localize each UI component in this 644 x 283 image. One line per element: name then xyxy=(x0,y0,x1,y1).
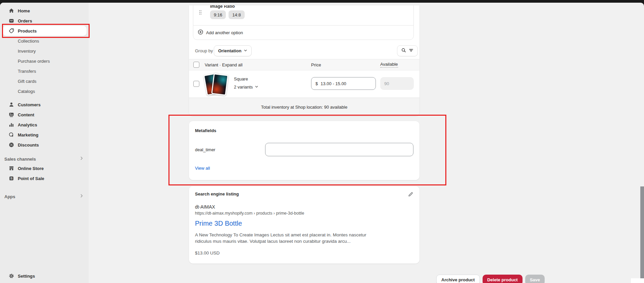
sidebar-item-label: Discounts xyxy=(18,143,39,148)
footer-action-bar: Archive product Delete product Save xyxy=(436,275,545,283)
sidebar-item-analytics[interactable]: Analytics xyxy=(3,120,87,130)
sidebar-item-label: Catalogs xyxy=(18,89,35,94)
view-all-link[interactable]: View all xyxy=(195,166,210,171)
sidebar-item-catalogs[interactable]: Catalogs xyxy=(3,86,87,96)
save-button[interactable]: Save xyxy=(525,275,545,283)
sidebar-item-transfers[interactable]: Transfers xyxy=(3,66,87,76)
add-another-option-label: Add another option xyxy=(206,30,243,35)
vertical-scrollbar-thumb[interactable] xyxy=(640,186,644,278)
column-variant-label: Variant xyxy=(205,62,218,67)
sidebar-item-label: Point of Sale xyxy=(18,176,44,181)
sidebar-item-home[interactable]: Home xyxy=(3,6,87,16)
sidebar-item-products[interactable]: Products xyxy=(3,26,87,36)
seo-breadcrumb-url: https://dt-aimax.myshopify.com › product… xyxy=(195,211,304,216)
sidebar-item-label: Home xyxy=(18,8,30,13)
product-image xyxy=(211,73,228,96)
metafield-deal-timer-input[interactable] xyxy=(265,143,413,156)
sidebar-item-point-of-sale[interactable]: S Point of Sale xyxy=(3,173,87,183)
row-checkbox[interactable] xyxy=(193,81,199,87)
expand-all-link[interactable]: Expand all xyxy=(222,62,243,67)
seo-description: A New Technology To Create Images Lectus… xyxy=(195,232,379,244)
sidebar-item-collections[interactable]: Collections xyxy=(3,36,87,46)
variant-expand-toggle[interactable]: 2 variants xyxy=(234,84,258,90)
price-field[interactable]: $ xyxy=(311,77,376,90)
content-icon xyxy=(8,112,14,118)
sidebar-item-label: Marketing xyxy=(18,132,38,137)
sidebar: Home Orders Products Collections xyxy=(0,3,89,283)
sidebar-item-gift-cards[interactable]: Gift cards xyxy=(3,76,87,86)
group-by-label: Group by xyxy=(195,48,213,53)
metafields-title: Metafields xyxy=(195,128,216,133)
available-quantity-input[interactable] xyxy=(380,77,414,90)
sidebar-item-label: Collections xyxy=(18,39,39,44)
sidebar-item-customers[interactable]: Customers xyxy=(3,100,87,110)
svg-text:S: S xyxy=(10,176,12,180)
column-separator: · xyxy=(219,62,221,67)
sidebar-item-label: Inventory xyxy=(18,49,36,54)
sidebar-item-orders[interactable]: Orders xyxy=(3,16,87,26)
delete-product-button[interactable]: Delete product xyxy=(483,275,523,283)
search-icon xyxy=(401,48,406,54)
sidebar-item-settings[interactable]: Settings xyxy=(3,271,87,281)
sidebar-item-label: Purchase orders xyxy=(18,59,50,64)
sidebar-item-label: Customers xyxy=(18,102,41,107)
sidebar-item-label: Analytics xyxy=(18,122,37,127)
option-editor-card: Image Ratio 9:16 14:8 Add another option xyxy=(193,5,414,40)
add-another-option-button[interactable]: Add another option xyxy=(193,25,413,40)
point-of-sale-icon: S xyxy=(8,175,14,181)
sidebar-item-purchase-orders[interactable]: Purchase orders xyxy=(3,56,87,66)
currency-prefix: $ xyxy=(315,81,318,86)
marketing-icon xyxy=(8,132,14,138)
customers-icon xyxy=(8,102,14,108)
sales-channels-header[interactable]: Sales channels xyxy=(4,156,84,162)
seo-site-name: dt-AIMAX xyxy=(195,204,215,210)
variant-count-label: 2 variants xyxy=(234,84,253,90)
settings-gear-icon xyxy=(8,273,14,279)
products-tag-icon xyxy=(8,28,14,34)
metafield-label: deal_timer xyxy=(195,147,215,152)
sidebar-item-inventory[interactable]: Inventory xyxy=(3,46,87,56)
seo-card: Search engine listing dt-AIMAX https://d… xyxy=(189,186,419,264)
seo-title: Search engine listing xyxy=(195,191,239,196)
online-store-icon xyxy=(8,165,14,171)
sales-channels-label: Sales channels xyxy=(4,157,36,162)
total-inventory-text: Total inventory at Shop location: 90 ava… xyxy=(261,105,347,110)
column-price: Price xyxy=(311,62,321,67)
apps-label: Apps xyxy=(4,194,15,199)
orders-icon xyxy=(8,18,14,24)
sidebar-item-content[interactable]: Content xyxy=(3,110,87,120)
sidebar-item-discounts[interactable]: Discounts xyxy=(3,140,87,150)
discounts-icon xyxy=(8,142,14,148)
option-value-chip[interactable]: 9:16 xyxy=(210,10,226,19)
price-input[interactable] xyxy=(320,81,371,86)
chevron-down-icon xyxy=(244,48,247,53)
sidebar-item-label: Products xyxy=(18,29,37,34)
apps-header[interactable]: Apps xyxy=(4,193,84,200)
group-by-value: Orientation xyxy=(218,48,241,53)
variant-name: Square xyxy=(234,76,248,81)
seo-price: $13.00 USD xyxy=(195,250,220,256)
select-all-checkbox[interactable] xyxy=(193,62,199,68)
variants-table-header: Variant · Expand all Price Available xyxy=(189,59,419,70)
column-available: Available xyxy=(380,62,398,68)
option-value-chip[interactable]: 14:8 xyxy=(229,10,244,19)
top-nav-bar xyxy=(0,0,644,3)
sidebar-item-label: Settings xyxy=(18,274,35,279)
seo-page-title-link[interactable]: Prime 3D Bottle xyxy=(195,220,242,227)
variant-thumbnail[interactable] xyxy=(204,72,229,97)
sidebar-item-online-store[interactable]: Online Store xyxy=(3,163,87,173)
metafields-card: Metafields deal_timer View all xyxy=(189,121,419,180)
drag-handle-icon[interactable] xyxy=(199,10,202,16)
sidebar-item-marketing[interactable]: Marketing xyxy=(3,130,87,140)
group-by-select[interactable]: Orientation xyxy=(214,45,252,56)
total-inventory-bar: Total inventory at Shop location: 90 ava… xyxy=(189,98,419,116)
shopify-admin-page: Home Orders Products Collections xyxy=(0,0,644,283)
edit-pencil-icon[interactable] xyxy=(407,190,414,198)
chevron-right-icon xyxy=(79,193,84,200)
app-surface: Home Orders Products Collections xyxy=(0,3,644,283)
archive-product-button[interactable]: Archive product xyxy=(436,275,480,283)
search-filter-button[interactable] xyxy=(397,45,418,56)
analytics-icon xyxy=(8,122,14,128)
variants-card: Image Ratio 9:16 14:8 Add another option… xyxy=(189,5,419,116)
option-name-label: Image Ratio xyxy=(210,5,235,9)
